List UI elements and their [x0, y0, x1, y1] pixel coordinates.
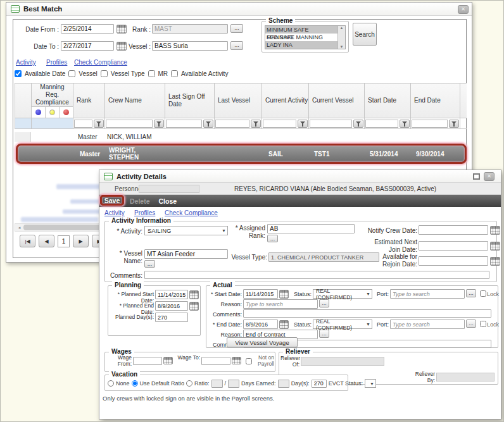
calendar-icon[interactable] — [279, 290, 289, 299]
assigned-rank-input[interactable] — [267, 224, 355, 233]
filter-start-date[interactable] — [365, 118, 411, 128]
start-comments-input[interactable] — [243, 309, 491, 318]
scheme-option[interactable]: LADY INA — [265, 41, 337, 49]
filter-last-vessel[interactable] — [215, 118, 262, 128]
filter-rank[interactable] — [73, 118, 105, 128]
col-current-vessel[interactable]: Current Vessel — [309, 84, 365, 118]
filter-end-date[interactable] — [411, 118, 460, 128]
calendar-icon[interactable] — [279, 320, 289, 329]
end-port-picker[interactable]: ... — [466, 320, 476, 328]
start-status-select[interactable]: REAL (CONFIRMED)▼ — [313, 289, 372, 299]
planned-start-input[interactable] — [155, 290, 188, 299]
col-current-activity[interactable]: Current Activity — [262, 84, 309, 118]
vessel-checkbox[interactable] — [68, 70, 75, 77]
filter-current-vessel[interactable] — [309, 118, 365, 128]
wage-to-input[interactable] — [201, 357, 230, 365]
scroll-left-icon[interactable]: ◄ — [15, 226, 23, 230]
comments-input[interactable] — [144, 271, 489, 279]
calendar-icon[interactable] — [490, 226, 500, 235]
date-from-input[interactable] — [61, 24, 114, 34]
blue-dot-icon[interactable] — [32, 107, 46, 118]
page-first-button[interactable]: |◀ — [20, 235, 35, 247]
rank-picker-button[interactable]: ... — [230, 24, 243, 33]
tab-profiles[interactable]: Profiles — [134, 209, 155, 216]
calc-grid-icon[interactable] — [163, 357, 173, 364]
assigned-rank-picker[interactable]: ... — [267, 235, 278, 242]
calendar-icon[interactable] — [490, 257, 500, 266]
maximize-icon[interactable] — [473, 173, 480, 180]
filter-last-sign-off[interactable] — [165, 118, 215, 128]
filter-icon — [356, 121, 362, 127]
personnel-bar: Personnel : REYES, RICARDO VIANA (Able B… — [99, 183, 501, 195]
activity-select[interactable]: SAILING▼ — [144, 226, 228, 235]
wage-from-input[interactable] — [133, 357, 162, 365]
calc-grid-icon[interactable] — [232, 357, 241, 364]
tab-activity[interactable]: Activity — [104, 209, 125, 216]
vacation-none-radio[interactable] — [108, 380, 114, 387]
vessel-name-input[interactable] — [144, 249, 228, 259]
planned-days-input[interactable] — [155, 313, 188, 322]
start-port-input[interactable] — [390, 289, 465, 299]
search-button[interactable]: Search — [353, 23, 377, 46]
table-row-selected[interactable]: Master WRIGHT, STEPHEN SAIL TST1 5/31/20… — [18, 146, 465, 162]
tab-profiles[interactable]: Profiles — [46, 59, 67, 66]
col-last-vessel[interactable]: Last Vessel — [215, 84, 262, 118]
days-input[interactable] — [312, 380, 327, 388]
scheme-option[interactable]: MINIMUM SAFE MANNING — [265, 26, 337, 34]
start-reason-picker[interactable]: ... — [319, 299, 329, 307]
close-icon[interactable]: ✕ — [458, 5, 469, 14]
table-row[interactable]: Master NICK, WILLIAM — [15, 132, 467, 142]
scheme-option[interactable]: FED SAFE MANNING — [265, 34, 337, 41]
mr-checkbox[interactable] — [148, 70, 155, 77]
end-reason-picker[interactable]: ... — [319, 330, 329, 338]
col-start-date[interactable]: Start Date — [365, 84, 411, 118]
evct-status-select[interactable]: ▼ — [365, 379, 376, 388]
activity-information-legend: Activity Information — [109, 217, 173, 224]
start-port-picker[interactable]: ... — [466, 289, 476, 297]
page-number-input[interactable]: 1 — [58, 235, 70, 247]
col-crew-name[interactable]: Crew Name — [105, 84, 165, 118]
view-vessel-voyage-button[interactable]: View Vessel Voyage — [227, 337, 298, 347]
vessel-name-picker[interactable]: ... — [144, 260, 155, 268]
planned-end-input[interactable] — [155, 301, 188, 311]
vacation-ratio-radio[interactable] — [186, 380, 192, 387]
save-button[interactable]: Save — [104, 197, 120, 204]
vacation-default-radio[interactable] — [132, 380, 138, 387]
end-date-input[interactable] — [243, 320, 278, 329]
end-status-select[interactable]: REAL (CONFIRMED)▼ — [313, 320, 372, 329]
available-activity-checkbox[interactable] — [171, 70, 178, 77]
available-date-checkbox[interactable] — [15, 70, 22, 77]
calendar-icon[interactable] — [490, 242, 500, 251]
start-reason-input[interactable] — [243, 299, 318, 309]
filter-current-activity[interactable] — [262, 118, 309, 128]
yellow-dot-icon[interactable] — [46, 107, 60, 118]
vessel-type-checkbox[interactable] — [101, 70, 108, 77]
end-port-input[interactable] — [390, 320, 465, 329]
calendar-icon[interactable] — [189, 302, 199, 311]
scroll-up-icon[interactable]: ▲ — [340, 26, 344, 30]
rejoin-input[interactable] — [419, 256, 488, 266]
col-last-sign-off[interactable]: Last Sign Off Date — [165, 84, 215, 118]
col-manning-compliance[interactable]: Manning Req. Compliance — [32, 84, 73, 118]
vessel-input[interactable] — [152, 41, 228, 51]
filter-crew-name[interactable] — [105, 118, 165, 128]
col-rank[interactable]: Rank — [73, 84, 105, 118]
tab-check-compliance[interactable]: Check Compliance — [74, 59, 127, 66]
red-dot-icon[interactable] — [60, 107, 73, 118]
calendar-icon[interactable] — [189, 290, 199, 299]
tab-activity[interactable]: Activity — [16, 59, 36, 66]
close-button[interactable]: Close — [159, 197, 177, 205]
vessel-picker-button[interactable]: ... — [230, 41, 243, 50]
notify-crew-input[interactable] — [419, 225, 488, 235]
date-to-input[interactable] — [61, 41, 114, 51]
row-selector-cell[interactable] — [15, 132, 31, 142]
tab-check-compliance[interactable]: Check Compliance — [165, 209, 218, 216]
page-next-button[interactable]: ▶ — [73, 235, 89, 247]
col-end-date[interactable]: End Date — [411, 84, 460, 118]
est-next-join-input[interactable] — [419, 241, 488, 251]
page-prev-button[interactable]: ◀ — [39, 235, 54, 247]
scheme-scrollbar[interactable]: ▲ ▼ — [337, 26, 345, 49]
close-icon[interactable]: ✕ — [484, 172, 495, 181]
scroll-down-icon[interactable]: ▼ — [340, 45, 344, 49]
start-date-input[interactable] — [243, 289, 278, 299]
